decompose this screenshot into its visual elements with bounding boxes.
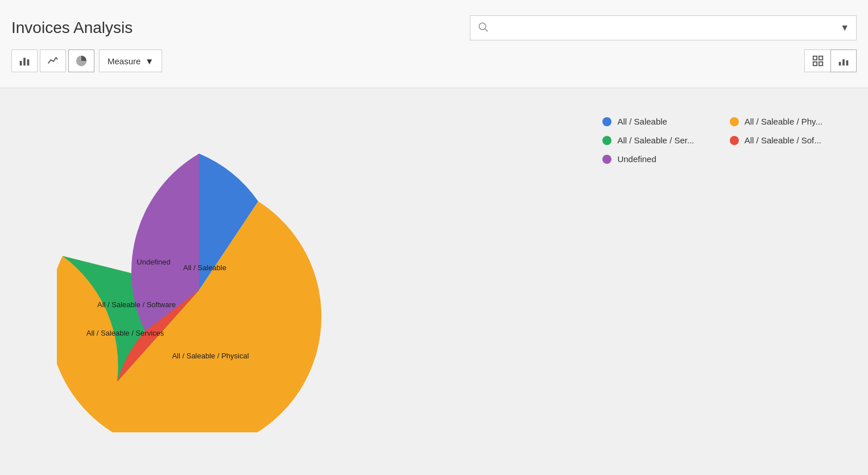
legend-item-saleable: All / Saleable — [602, 117, 695, 126]
svg-rect-7 — [813, 62, 816, 65]
svg-rect-9 — [839, 62, 841, 65]
legend-dot-undefined — [602, 155, 611, 164]
measure-dropdown-icon: ▼ — [145, 56, 154, 66]
bar-chart-button[interactable] — [11, 49, 38, 72]
pie-chart-svg — [57, 148, 341, 432]
svg-rect-8 — [819, 62, 822, 65]
pie-chart-button[interactable] — [68, 49, 94, 72]
legend-dot-services — [602, 136, 611, 145]
chart-view-button[interactable] — [830, 49, 857, 72]
legend-label-physical: All / Saleable / Phy... — [745, 117, 822, 126]
search-dropdown-arrow[interactable]: ▼ — [840, 23, 849, 33]
search-input[interactable] — [493, 23, 840, 33]
svg-rect-11 — [846, 60, 849, 65]
grid-view-button[interactable] — [804, 49, 830, 72]
svg-rect-3 — [23, 58, 26, 66]
line-chart-button[interactable] — [40, 49, 66, 72]
legend-dot-software — [730, 136, 739, 145]
svg-rect-4 — [27, 59, 30, 65]
toolbar-left: Measure ▼ — [11, 49, 162, 72]
legend-item-undefined: Undefined — [602, 154, 695, 164]
svg-line-1 — [485, 29, 488, 32]
legend-label-saleable: All / Saleable — [617, 117, 667, 126]
svg-rect-2 — [20, 61, 22, 65]
legend-dot-physical — [730, 117, 739, 126]
toolbar-right — [804, 49, 857, 72]
page-title: Invoices Analysis — [11, 19, 133, 37]
toolbar-row: Measure ▼ — [11, 49, 857, 72]
legend-item-software: All / Saleable / Sof... — [730, 135, 822, 145]
measure-label: Measure — [108, 56, 140, 66]
search-container[interactable]: ▼ — [470, 15, 857, 40]
legend-label-software: All / Saleable / Sof... — [745, 135, 821, 145]
legend-container: All / Saleable All / Saleable / Phy... A… — [602, 117, 822, 164]
title-row: Invoices Analysis ▼ — [11, 15, 857, 40]
chart-area: All / Saleable All / Saleable / Physical… — [0, 88, 868, 475]
svg-rect-5 — [813, 56, 816, 60]
legend-dot-saleable — [602, 117, 611, 126]
svg-rect-10 — [842, 59, 845, 65]
legend-label-undefined: Undefined — [617, 154, 656, 164]
legend-item-physical: All / Saleable / Phy... — [730, 117, 822, 126]
svg-rect-6 — [819, 56, 822, 60]
search-icon — [477, 21, 489, 35]
measure-button[interactable]: Measure ▼ — [99, 49, 162, 72]
pie-chart-container: All / Saleable All / Saleable / Physical… — [57, 148, 341, 432]
svg-point-0 — [479, 23, 486, 30]
top-bar: Invoices Analysis ▼ — [0, 0, 868, 88]
legend-label-services: All / Saleable / Ser... — [617, 135, 694, 145]
legend-item-services: All / Saleable / Ser... — [602, 135, 695, 145]
